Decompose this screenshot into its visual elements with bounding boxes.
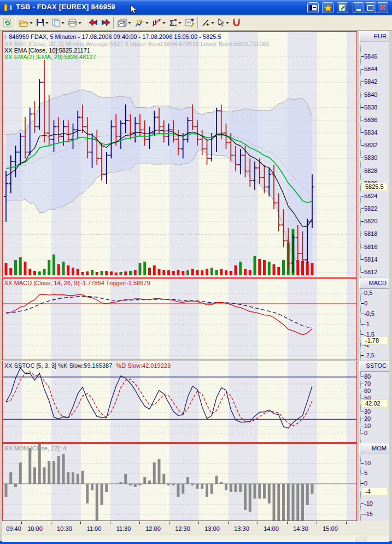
price-chart-plot[interactable] xyxy=(2,31,357,277)
time-tick-mark xyxy=(21,522,22,524)
save-button[interactable] xyxy=(34,16,50,30)
axis-tick-label: 70 xyxy=(364,380,371,387)
toolbar-separator xyxy=(15,17,16,29)
axis-tick-label: 30 xyxy=(364,408,371,415)
axis-tick-mark xyxy=(361,324,364,325)
time-tick-mark xyxy=(317,522,317,524)
minimize-button[interactable] xyxy=(353,2,364,13)
properties-button[interactable] xyxy=(183,16,196,30)
line-tool-caret[interactable] xyxy=(211,22,214,24)
copy-caret[interactable] xyxy=(61,22,65,24)
time-tick-mark xyxy=(110,522,110,524)
axis-tick-label: 5830 xyxy=(364,154,377,161)
axis-tick-mark xyxy=(361,158,364,158)
timeframe-button[interactable]: 3M xyxy=(133,16,150,30)
panel-layout-button[interactable] xyxy=(307,2,319,13)
axis-tick-mark xyxy=(361,272,364,273)
open-folder-icon xyxy=(19,19,28,27)
sstoc-axis[interactable]: SSTOC 80706050302010042.02 xyxy=(359,361,389,443)
axis-tick-label: 5836 xyxy=(364,117,377,124)
price-axis[interactable]: EUR 584658445842584058385836583458325830… xyxy=(359,31,389,277)
print-button[interactable] xyxy=(66,16,83,30)
sstoc-plot[interactable] xyxy=(2,361,357,443)
indicators-caret[interactable] xyxy=(162,22,166,24)
axis-tick-label: 80 xyxy=(364,373,371,380)
edit-note-button[interactable] xyxy=(337,2,348,13)
axis-tick-label: 5820 xyxy=(364,218,377,225)
open-button[interactable] xyxy=(17,16,34,30)
axis-tick-mark xyxy=(361,303,364,304)
toolbar-separator xyxy=(197,17,198,29)
axis-tick-mark xyxy=(361,314,364,314)
macd-axis[interactable]: MACD 0,50-0,5-1-1,5-2-2,5-1.78 xyxy=(359,278,389,360)
scroll-chart-right-button[interactable] xyxy=(100,16,112,30)
window-title: TSB - FDAX [EUREX] 846959 xyxy=(16,3,115,11)
axis-tick-label: 5842 xyxy=(364,78,377,85)
axis-tick-mark xyxy=(361,171,364,171)
line-tool-button[interactable] xyxy=(200,16,216,30)
scrollbar-thumb[interactable] xyxy=(354,536,366,541)
toolbar: 3M Σ xyxy=(0,15,392,31)
line-tool-icon xyxy=(202,19,210,27)
axis-tick-label: 60 xyxy=(364,387,371,395)
axis-tick-mark xyxy=(361,473,364,473)
scroll-chart-left-button[interactable] xyxy=(87,16,100,30)
axis-tick-mark xyxy=(361,504,364,504)
axis-tick-mark xyxy=(361,355,364,356)
horizontal-scrollbar[interactable] xyxy=(2,535,389,542)
axis-tick-label: 5846 xyxy=(364,53,377,60)
timeframe-caret[interactable] xyxy=(145,22,149,24)
formula-caret[interactable] xyxy=(178,22,182,24)
axis-tick-mark xyxy=(361,463,364,464)
svg-text:Σ: Σ xyxy=(169,19,174,27)
formula-button[interactable]: Σ xyxy=(167,16,183,30)
axis-tick-mark xyxy=(361,384,364,384)
favorites-button[interactable] xyxy=(322,2,334,13)
time-tick-mark xyxy=(228,522,229,524)
axis-tick-mark xyxy=(361,412,364,412)
mom-axis[interactable]: MOM 1050-5-10-15-4 xyxy=(359,443,389,521)
chart-type-button[interactable] xyxy=(116,16,133,30)
time-tick-label: 13:30 xyxy=(231,525,253,532)
axis-tick-label: 5840 xyxy=(364,91,377,99)
open-caret[interactable] xyxy=(30,22,33,24)
axis-tick-mark xyxy=(361,259,364,260)
toolbar-separator xyxy=(113,17,114,29)
timeframe-icon: 3M xyxy=(134,19,144,27)
time-tick-mark xyxy=(169,522,169,524)
maximize-button[interactable] xyxy=(365,2,376,13)
chart-type-caret[interactable] xyxy=(128,22,131,24)
magnet-button[interactable] xyxy=(231,16,242,30)
refresh-button[interactable] xyxy=(1,16,13,30)
pointer-icon xyxy=(218,19,225,27)
pointer-caret[interactable] xyxy=(226,22,229,24)
axis-tick-label: -1 xyxy=(364,321,370,328)
app-window: TSB - FDAX [EUREX] 846959 ✕ xyxy=(0,0,392,544)
axis-tick-label: 5812 xyxy=(364,269,377,276)
properties-icon xyxy=(185,19,194,27)
chart-workspace: ⊦846959 FDAX, 5 Minuten - 17.08.2006 09:… xyxy=(0,31,392,541)
title-bar[interactable]: TSB - FDAX [EUREX] 846959 ✕ xyxy=(0,0,392,15)
current-value-tag: 42.02 xyxy=(361,400,388,408)
axis-tick-label: 5 xyxy=(364,470,367,477)
axis-tick-label: 20 xyxy=(364,415,371,423)
copy-button[interactable] xyxy=(50,16,66,30)
current-value-tag: -1.78 xyxy=(361,337,388,345)
axis-tick-mark xyxy=(361,345,364,345)
time-tick-label: 15:00 xyxy=(319,525,341,532)
indicators-button[interactable] xyxy=(150,16,167,30)
axis-tick-mark xyxy=(361,377,364,377)
pointer-button[interactable] xyxy=(216,16,231,30)
time-axis[interactable]: 09:4010:0010:3011:0011:3012:0012:3013:00… xyxy=(2,521,357,535)
mom-plot[interactable] xyxy=(2,443,357,521)
axis-tick-label: 5844 xyxy=(364,66,377,73)
axis-tick-label: 5828 xyxy=(364,167,377,175)
save-caret[interactable] xyxy=(45,22,49,24)
axis-tick-mark xyxy=(361,391,364,391)
macd-plot[interactable] xyxy=(2,278,357,360)
axis-tick-mark xyxy=(361,398,364,398)
axis-tick-label: -10 xyxy=(364,500,373,507)
axis-tick-label: 5818 xyxy=(364,230,377,238)
close-button[interactable]: ✕ xyxy=(377,2,388,13)
print-caret[interactable] xyxy=(78,22,81,24)
